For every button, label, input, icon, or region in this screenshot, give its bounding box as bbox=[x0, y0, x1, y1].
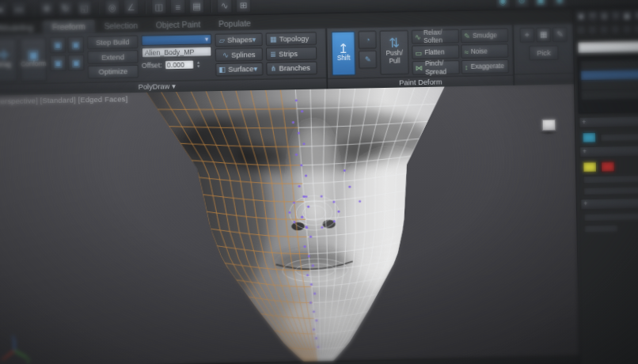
topology-button[interactable]: ▦ Topology bbox=[266, 32, 317, 46]
create-tab-icon[interactable]: ✚ bbox=[575, 11, 587, 23]
stack-row[interactable] bbox=[581, 60, 638, 70]
polydraw-brush-icon[interactable]: ▣ bbox=[49, 36, 66, 53]
viewport-label[interactable]: [Perspective] [Standard] [Edged Faces] bbox=[0, 95, 127, 106]
branches-button[interactable]: ⋔ Branches bbox=[266, 61, 317, 75]
material-editor-icon[interactable]: ◉ bbox=[495, 0, 511, 9]
pick-button[interactable]: Pick bbox=[529, 45, 559, 60]
mirror-icon[interactable]: ◫ bbox=[151, 0, 167, 14]
conform-button[interactable]: ▣ Conform bbox=[20, 37, 47, 82]
layer-manager-icon[interactable]: ▤ bbox=[188, 0, 204, 13]
application-window: ➤ ▭ ✛ ↻ ◱ ◎ ∠ ◫ ≡ ▤ ∿ ⊞ ◉ ⚙ ▣ ◈ Modeling… bbox=[0, 0, 638, 364]
stack-row[interactable] bbox=[581, 89, 638, 100]
tab-populate[interactable]: Populate bbox=[210, 17, 260, 31]
shift-button[interactable]: ↥ Shift bbox=[331, 31, 356, 75]
surface-pick-field[interactable]: ▾ bbox=[141, 34, 211, 46]
align-icon[interactable]: ≡ bbox=[170, 0, 186, 14]
move-icon[interactable]: ✛ bbox=[39, 1, 55, 17]
pick-panel-title bbox=[515, 73, 574, 85]
object-category-icons bbox=[574, 21, 638, 35]
options-icon[interactable]: ▦ bbox=[536, 28, 551, 43]
ribbon: ✛ Drag ▣ Conform ▣ ▣ ▣ ▣ Step Build Exte… bbox=[0, 24, 574, 96]
spinner-arrows-icon[interactable]: ▲▼ bbox=[196, 60, 200, 68]
shapes-button[interactable]: ▱ Shapes ▾ bbox=[215, 33, 262, 47]
noise-button[interactable]: ≈ Noise bbox=[461, 44, 508, 59]
snaps-toggle-icon[interactable]: ◎ bbox=[104, 0, 120, 15]
box-object[interactable] bbox=[541, 119, 556, 131]
schematic-view-icon[interactable]: ⊞ bbox=[235, 0, 251, 13]
wireframe-color-swatch[interactable] bbox=[601, 161, 615, 173]
pick-tool-icon[interactable]: ⌖ bbox=[519, 28, 534, 43]
rollout-header[interactable]: + bbox=[579, 116, 638, 128]
push-pull-button[interactable]: ⇅ Push/ Pull bbox=[380, 30, 409, 75]
modifier-list-dropdown[interactable] bbox=[577, 40, 638, 54]
render-production-icon[interactable]: ◈ bbox=[552, 0, 568, 8]
draw-on-surface-dropdown[interactable]: Alien_Body_MP bbox=[142, 46, 212, 58]
category-icon[interactable] bbox=[633, 24, 638, 34]
topology-icon: ▦ bbox=[270, 35, 277, 44]
rotate-icon[interactable]: ↻ bbox=[58, 1, 74, 17]
polydraw-brush-icon[interactable]: ▣ bbox=[50, 55, 66, 71]
polydraw-brush-icon[interactable]: ▣ bbox=[67, 36, 84, 53]
optimize-button[interactable]: Optimize bbox=[88, 65, 139, 79]
mini-control[interactable] bbox=[583, 175, 638, 184]
scale-icon[interactable]: ◱ bbox=[77, 0, 93, 16]
rollout-header[interactable]: + bbox=[579, 145, 638, 157]
surface-button[interactable]: ◧ Surface ▾ bbox=[215, 63, 263, 77]
category-icon[interactable] bbox=[599, 25, 610, 35]
stack-row[interactable] bbox=[581, 80, 638, 90]
curve-editor-icon[interactable]: ∿ bbox=[217, 0, 233, 13]
display-color-swatch[interactable] bbox=[582, 132, 596, 143]
face-mesh-model[interactable] bbox=[143, 86, 460, 364]
angle-snap-icon[interactable]: ∠ bbox=[123, 0, 139, 15]
flatten-button[interactable]: ▭ Flatten bbox=[412, 44, 459, 59]
step-build-button[interactable]: Step Build bbox=[87, 36, 138, 50]
smudge-icon: ✎ bbox=[464, 32, 470, 40]
mini-control[interactable] bbox=[600, 132, 638, 141]
strips-button[interactable]: ≣ Strips bbox=[266, 47, 317, 61]
category-icon[interactable] bbox=[576, 25, 587, 36]
mini-control[interactable] bbox=[584, 224, 619, 233]
category-icon[interactable] bbox=[610, 25, 621, 35]
motion-tab-icon[interactable]: ◔ bbox=[610, 10, 621, 22]
modifier-stack-list[interactable] bbox=[578, 56, 638, 114]
brush-settings-icon[interactable]: ✎ bbox=[359, 51, 377, 69]
surface-icon: ◧ bbox=[218, 66, 226, 74]
display-tab-icon[interactable]: ▦ bbox=[621, 10, 632, 22]
render-setup-icon[interactable]: ⚙ bbox=[514, 0, 530, 9]
select-region-icon[interactable]: ▭ bbox=[11, 2, 27, 17]
relax-soften-button[interactable]: ∿ Relax/ Soften bbox=[412, 29, 459, 44]
tab-object-paint[interactable]: Object Paint bbox=[146, 18, 209, 32]
category-icon[interactable] bbox=[587, 25, 598, 35]
perspective-viewport[interactable]: [Perspective] [Standard] [Edged Faces] bbox=[0, 84, 579, 364]
rendered-frame-icon[interactable]: ▣ bbox=[533, 0, 549, 8]
offset-spinner[interactable]: 0.000 bbox=[165, 59, 194, 70]
brush-icon[interactable]: ✎ bbox=[553, 27, 568, 42]
paint-options-icon[interactable]: ◔ bbox=[359, 31, 377, 49]
shapes-label: Shapes bbox=[227, 36, 253, 44]
tab-modeling[interactable]: Modeling bbox=[0, 21, 43, 35]
mini-control[interactable] bbox=[583, 186, 638, 195]
extend-button[interactable]: Extend bbox=[87, 50, 138, 64]
polydraw-brush-icon[interactable]: ▣ bbox=[68, 55, 85, 71]
utilities-tab-icon[interactable]: # bbox=[633, 10, 638, 22]
smudge-button[interactable]: ✎ Smudge bbox=[461, 28, 508, 44]
exaggerate-button[interactable]: ↕ Exaggerate bbox=[461, 59, 509, 74]
splines-button[interactable]: ∿ Splines bbox=[215, 47, 263, 62]
shift-label: Shift bbox=[337, 54, 351, 63]
pinch-spread-button[interactable]: ⋈ Pinch/ Spread bbox=[412, 60, 460, 75]
tab-selection[interactable]: Selection bbox=[95, 20, 147, 33]
tab-freeform[interactable]: Freeform bbox=[42, 20, 95, 34]
stack-row-selected[interactable] bbox=[581, 70, 638, 80]
surface-label: Surface bbox=[228, 65, 253, 74]
rollout-header[interactable]: + bbox=[580, 198, 638, 210]
toolbar-separator bbox=[210, 0, 211, 12]
select-icon[interactable]: ➤ bbox=[0, 2, 8, 17]
conform-label: Conform bbox=[21, 60, 46, 69]
selection-color-swatch[interactable] bbox=[583, 161, 597, 173]
category-icon[interactable] bbox=[622, 25, 632, 35]
mini-control[interactable] bbox=[583, 212, 638, 222]
modify-tab-icon[interactable]: ◠ bbox=[587, 11, 598, 23]
hierarchy-tab-icon[interactable]: ⊙ bbox=[598, 10, 610, 22]
polydraw-title-label: PolyDraw bbox=[138, 82, 169, 91]
drag-button[interactable]: ✛ Drag bbox=[0, 38, 17, 83]
